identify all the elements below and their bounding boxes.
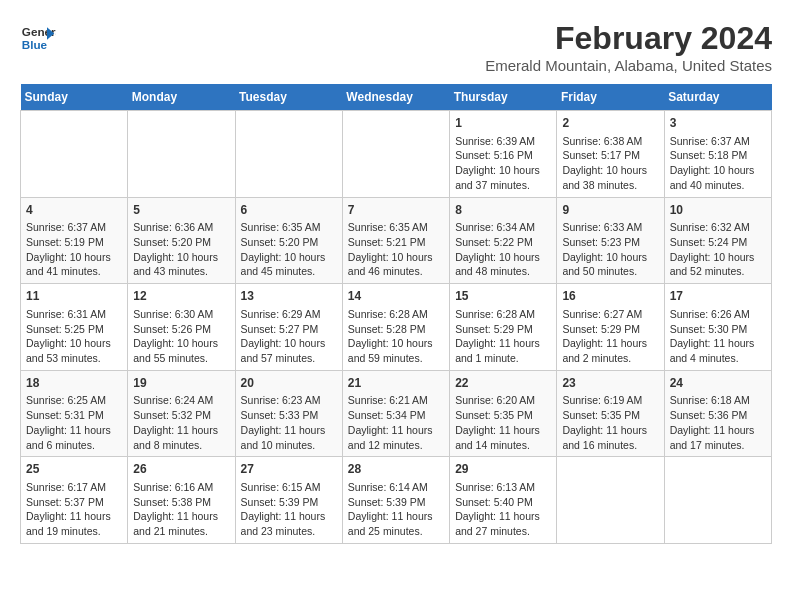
day-number: 4 [26, 202, 122, 219]
title-block: February 2024 Emerald Mountain, Alabama,… [485, 20, 772, 74]
day-info: Sunrise: 6:15 AM Sunset: 5:39 PM Dayligh… [241, 480, 337, 539]
calendar-cell: 6Sunrise: 6:35 AM Sunset: 5:20 PM Daylig… [235, 197, 342, 284]
calendar-cell [128, 111, 235, 198]
day-number: 19 [133, 375, 229, 392]
day-info: Sunrise: 6:20 AM Sunset: 5:35 PM Dayligh… [455, 393, 551, 452]
calendar-cell: 28Sunrise: 6:14 AM Sunset: 5:39 PM Dayli… [342, 457, 449, 544]
calendar-cell: 2Sunrise: 6:38 AM Sunset: 5:17 PM Daylig… [557, 111, 664, 198]
day-number: 14 [348, 288, 444, 305]
day-info: Sunrise: 6:16 AM Sunset: 5:38 PM Dayligh… [133, 480, 229, 539]
calendar-cell: 23Sunrise: 6:19 AM Sunset: 5:35 PM Dayli… [557, 370, 664, 457]
day-info: Sunrise: 6:25 AM Sunset: 5:31 PM Dayligh… [26, 393, 122, 452]
calendar-cell: 8Sunrise: 6:34 AM Sunset: 5:22 PM Daylig… [450, 197, 557, 284]
calendar-week-5: 25Sunrise: 6:17 AM Sunset: 5:37 PM Dayli… [21, 457, 772, 544]
calendar-cell: 29Sunrise: 6:13 AM Sunset: 5:40 PM Dayli… [450, 457, 557, 544]
calendar-cell: 12Sunrise: 6:30 AM Sunset: 5:26 PM Dayli… [128, 284, 235, 371]
day-info: Sunrise: 6:27 AM Sunset: 5:29 PM Dayligh… [562, 307, 658, 366]
calendar-cell: 14Sunrise: 6:28 AM Sunset: 5:28 PM Dayli… [342, 284, 449, 371]
calendar-cell: 21Sunrise: 6:21 AM Sunset: 5:34 PM Dayli… [342, 370, 449, 457]
day-number: 18 [26, 375, 122, 392]
calendar-cell [21, 111, 128, 198]
day-info: Sunrise: 6:28 AM Sunset: 5:28 PM Dayligh… [348, 307, 444, 366]
day-info: Sunrise: 6:36 AM Sunset: 5:20 PM Dayligh… [133, 220, 229, 279]
logo-icon: General Blue [20, 20, 56, 56]
day-number: 15 [455, 288, 551, 305]
calendar-week-1: 1Sunrise: 6:39 AM Sunset: 5:16 PM Daylig… [21, 111, 772, 198]
day-info: Sunrise: 6:21 AM Sunset: 5:34 PM Dayligh… [348, 393, 444, 452]
day-number: 22 [455, 375, 551, 392]
calendar-cell [557, 457, 664, 544]
day-number: 21 [348, 375, 444, 392]
day-number: 9 [562, 202, 658, 219]
day-info: Sunrise: 6:37 AM Sunset: 5:19 PM Dayligh… [26, 220, 122, 279]
day-number: 6 [241, 202, 337, 219]
day-info: Sunrise: 6:38 AM Sunset: 5:17 PM Dayligh… [562, 134, 658, 193]
day-header-thursday: Thursday [450, 84, 557, 111]
day-header-tuesday: Tuesday [235, 84, 342, 111]
calendar-table: SundayMondayTuesdayWednesdayThursdayFrid… [20, 84, 772, 544]
day-number: 1 [455, 115, 551, 132]
calendar-week-4: 18Sunrise: 6:25 AM Sunset: 5:31 PM Dayli… [21, 370, 772, 457]
calendar-cell: 4Sunrise: 6:37 AM Sunset: 5:19 PM Daylig… [21, 197, 128, 284]
day-info: Sunrise: 6:26 AM Sunset: 5:30 PM Dayligh… [670, 307, 766, 366]
calendar-cell [235, 111, 342, 198]
calendar-cell: 11Sunrise: 6:31 AM Sunset: 5:25 PM Dayli… [21, 284, 128, 371]
day-number: 13 [241, 288, 337, 305]
day-number: 10 [670, 202, 766, 219]
calendar-cell: 27Sunrise: 6:15 AM Sunset: 5:39 PM Dayli… [235, 457, 342, 544]
logo: General Blue [20, 20, 56, 56]
calendar-cell: 13Sunrise: 6:29 AM Sunset: 5:27 PM Dayli… [235, 284, 342, 371]
day-number: 16 [562, 288, 658, 305]
day-info: Sunrise: 6:39 AM Sunset: 5:16 PM Dayligh… [455, 134, 551, 193]
day-info: Sunrise: 6:34 AM Sunset: 5:22 PM Dayligh… [455, 220, 551, 279]
calendar-week-3: 11Sunrise: 6:31 AM Sunset: 5:25 PM Dayli… [21, 284, 772, 371]
day-number: 2 [562, 115, 658, 132]
calendar-cell [342, 111, 449, 198]
day-header-monday: Monday [128, 84, 235, 111]
day-info: Sunrise: 6:32 AM Sunset: 5:24 PM Dayligh… [670, 220, 766, 279]
day-info: Sunrise: 6:29 AM Sunset: 5:27 PM Dayligh… [241, 307, 337, 366]
day-number: 29 [455, 461, 551, 478]
day-info: Sunrise: 6:13 AM Sunset: 5:40 PM Dayligh… [455, 480, 551, 539]
day-number: 7 [348, 202, 444, 219]
calendar-cell: 5Sunrise: 6:36 AM Sunset: 5:20 PM Daylig… [128, 197, 235, 284]
calendar-cell: 25Sunrise: 6:17 AM Sunset: 5:37 PM Dayli… [21, 457, 128, 544]
calendar-cell: 19Sunrise: 6:24 AM Sunset: 5:32 PM Dayli… [128, 370, 235, 457]
day-info: Sunrise: 6:17 AM Sunset: 5:37 PM Dayligh… [26, 480, 122, 539]
calendar-cell: 20Sunrise: 6:23 AM Sunset: 5:33 PM Dayli… [235, 370, 342, 457]
day-number: 24 [670, 375, 766, 392]
calendar-week-2: 4Sunrise: 6:37 AM Sunset: 5:19 PM Daylig… [21, 197, 772, 284]
calendar-cell: 15Sunrise: 6:28 AM Sunset: 5:29 PM Dayli… [450, 284, 557, 371]
day-number: 28 [348, 461, 444, 478]
day-info: Sunrise: 6:30 AM Sunset: 5:26 PM Dayligh… [133, 307, 229, 366]
month-year-title: February 2024 [485, 20, 772, 57]
day-number: 11 [26, 288, 122, 305]
calendar-cell: 9Sunrise: 6:33 AM Sunset: 5:23 PM Daylig… [557, 197, 664, 284]
calendar-cell: 26Sunrise: 6:16 AM Sunset: 5:38 PM Dayli… [128, 457, 235, 544]
day-header-friday: Friday [557, 84, 664, 111]
day-info: Sunrise: 6:35 AM Sunset: 5:21 PM Dayligh… [348, 220, 444, 279]
day-info: Sunrise: 6:19 AM Sunset: 5:35 PM Dayligh… [562, 393, 658, 452]
calendar-cell: 3Sunrise: 6:37 AM Sunset: 5:18 PM Daylig… [664, 111, 771, 198]
calendar-cell: 10Sunrise: 6:32 AM Sunset: 5:24 PM Dayli… [664, 197, 771, 284]
day-header-saturday: Saturday [664, 84, 771, 111]
day-info: Sunrise: 6:24 AM Sunset: 5:32 PM Dayligh… [133, 393, 229, 452]
day-number: 5 [133, 202, 229, 219]
day-number: 3 [670, 115, 766, 132]
day-number: 23 [562, 375, 658, 392]
day-info: Sunrise: 6:23 AM Sunset: 5:33 PM Dayligh… [241, 393, 337, 452]
calendar-cell: 1Sunrise: 6:39 AM Sunset: 5:16 PM Daylig… [450, 111, 557, 198]
calendar-cell: 24Sunrise: 6:18 AM Sunset: 5:36 PM Dayli… [664, 370, 771, 457]
day-header-sunday: Sunday [21, 84, 128, 111]
location-subtitle: Emerald Mountain, Alabama, United States [485, 57, 772, 74]
svg-text:Blue: Blue [22, 38, 48, 51]
day-number: 8 [455, 202, 551, 219]
day-info: Sunrise: 6:35 AM Sunset: 5:20 PM Dayligh… [241, 220, 337, 279]
day-number: 20 [241, 375, 337, 392]
day-number: 17 [670, 288, 766, 305]
day-info: Sunrise: 6:31 AM Sunset: 5:25 PM Dayligh… [26, 307, 122, 366]
day-info: Sunrise: 6:28 AM Sunset: 5:29 PM Dayligh… [455, 307, 551, 366]
day-number: 25 [26, 461, 122, 478]
calendar-cell: 7Sunrise: 6:35 AM Sunset: 5:21 PM Daylig… [342, 197, 449, 284]
calendar-cell: 22Sunrise: 6:20 AM Sunset: 5:35 PM Dayli… [450, 370, 557, 457]
